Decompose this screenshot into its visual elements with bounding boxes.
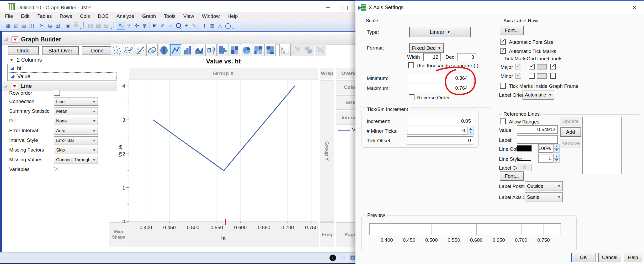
ticks-inside-checkbox[interactable] [500,83,506,89]
error-interval-dropdown[interactable]: Auto [54,127,98,135]
contour-icon[interactable] [158,44,169,56]
menu-doe[interactable]: DOE [94,12,113,20]
arrow-cursor-icon[interactable]: ⇖ [117,22,125,30]
copy-icon[interactable]: ⧉ [46,22,54,30]
toolbar-overflow-icon[interactable]: ▾ [110,26,112,30]
line-chart[interactable]: 0.4000.4500.5000.5500.6000.6500.7000.750… [110,79,320,252]
column-item-value[interactable]: Value [8,72,116,80]
lasso-tool-icon[interactable]: ◌ [167,22,174,30]
red-triangle-menu-icon[interactable] [12,36,19,43]
line-weight-stepper[interactable] [554,154,560,163]
variables-expand-icon[interactable]: ▷ [54,165,58,172]
start-over-button[interactable]: Start Over [42,46,79,55]
treemap-icon[interactable] [253,44,264,56]
line-weight-field[interactable]: 1 [538,154,553,163]
help-tool-icon[interactable]: ? [125,22,133,30]
major-labels-checkbox[interactable] [550,64,556,69]
data-table-icon[interactable]: ▦ [350,254,355,260]
dropzone-group-y[interactable]: Group Y [320,80,334,222]
auto-font-size-checkbox[interactable] [500,39,506,45]
allow-ranges-checkbox[interactable] [500,118,506,124]
major-grid-lines-checkbox[interactable] [529,64,535,69]
menu-analyze[interactable]: Analyze [113,12,138,20]
menu-file[interactable]: File [1,12,17,20]
add-graph-icon[interactable]: ⊞ [102,22,110,30]
axis-font-button[interactable]: Font... [500,26,524,35]
format-dropdown[interactable]: Fixed Dec ▼ [409,43,444,53]
info-icon[interactable]: i [329,255,336,261]
cut-icon[interactable]: ✂ [38,22,46,30]
ellipse-icon[interactable] [146,44,158,56]
data-table-icon[interactable]: ▥ [87,22,94,30]
globe-tool-icon[interactable]: ⊕ [141,22,148,30]
menu-window[interactable]: Window [198,12,224,20]
undo-button[interactable]: Undo [8,46,39,55]
annotate-text-icon[interactable]: T [200,22,208,30]
menu-rows[interactable]: Rows [56,12,76,20]
move-tool-icon[interactable]: ✛ [133,22,141,30]
reference-font-button[interactable]: Font... [500,171,524,181]
column-item-ht[interactable]: ht [8,64,117,72]
new-journal-icon[interactable]: ▧ [12,22,20,30]
home-icon[interactable]: ⌂ [342,254,345,261]
menu-cols[interactable]: Cols [76,12,94,20]
minor-ticks-field[interactable]: 0 [407,127,467,135]
parallel-plot-icon[interactable] [315,44,326,56]
new-data-table-icon[interactable]: ▦ [4,22,12,30]
menu-help[interactable]: Help [223,12,242,20]
type-dropdown[interactable]: Linear ▼ [409,27,471,37]
brush-tool-icon[interactable]: ✐ [159,22,167,30]
line-style-sample[interactable] [518,160,531,161]
columns-listbox[interactable]: ht Value [7,64,117,81]
red-triangle-menu-icon[interactable] [8,57,15,63]
opacity-stepper[interactable] [554,144,560,153]
help-button[interactable]: Help [624,253,642,262]
menu-edit[interactable]: Edit [17,12,34,20]
red-triangle-menu-icon[interactable] [11,83,18,89]
collapse-triangle-icon[interactable] [4,37,8,41]
width-field[interactable]: 12 [423,53,441,61]
script-window-icon[interactable]: ▣ [64,22,72,30]
magnifier-tool-icon[interactable] [174,22,182,30]
scatter-icon[interactable] [111,44,122,56]
crosshair-tool-icon[interactable]: + [182,22,190,30]
reverse-order-checkbox[interactable] [409,94,414,100]
smoother-icon[interactable] [123,44,134,56]
annotate-polygon-icon[interactable]: △ [216,22,224,30]
label-position-dropdown[interactable]: Outside [525,181,563,191]
done-button[interactable]: Done [82,46,113,55]
pencil-tool-icon[interactable]: ✎ [190,22,198,30]
label-axis-side-dropdown[interactable]: Same [525,192,563,202]
maximize-button[interactable] [343,6,348,10]
close-icon[interactable]: ✕ [632,4,637,11]
cancel-button[interactable]: Cancel [598,253,621,262]
collapse-triangle-icon[interactable] [4,84,7,88]
ok-button[interactable]: OK [571,253,595,262]
minor-grid-lines-checkbox[interactable] [529,73,535,79]
menu-tools[interactable]: Tools [160,12,179,20]
annotate-oval-icon[interactable]: ◯ [224,22,232,30]
dropzone-freq[interactable]: Freq [320,222,334,247]
bar-chart-icon[interactable] [182,44,193,56]
line-of-fit-icon[interactable] [135,44,146,56]
minor-grid-color-swatch[interactable] [537,73,547,79]
missing-values-dropdown[interactable]: Connect Through [54,156,98,164]
histogram-icon[interactable] [217,44,228,56]
row-order-checkbox[interactable] [54,90,60,96]
minor-ticks-stepper[interactable] [468,127,473,135]
lock-icon[interactable] [72,22,80,30]
formula-icon[interactable]: f(x) [291,44,302,56]
pie-icon[interactable] [241,44,252,56]
dec-field[interactable]: 3 [457,53,476,61]
reference-lines-listbox[interactable] [582,117,622,174]
label-orientation-dropdown[interactable]: Automatic [523,90,554,100]
area-chart-icon[interactable] [194,44,205,56]
toolbar-overflow-icon[interactable]: ▾ [80,26,82,30]
grabber-tool-icon[interactable]: ☛ [151,22,159,30]
thousands-checkbox[interactable] [408,62,414,68]
connection-dropdown[interactable]: Line [54,98,98,106]
menu-view[interactable]: View [179,12,198,20]
auto-tick-marks-checkbox[interactable] [500,48,506,54]
opacity-field[interactable]: 100% [538,144,553,153]
caption-box-icon[interactable] [279,44,291,56]
